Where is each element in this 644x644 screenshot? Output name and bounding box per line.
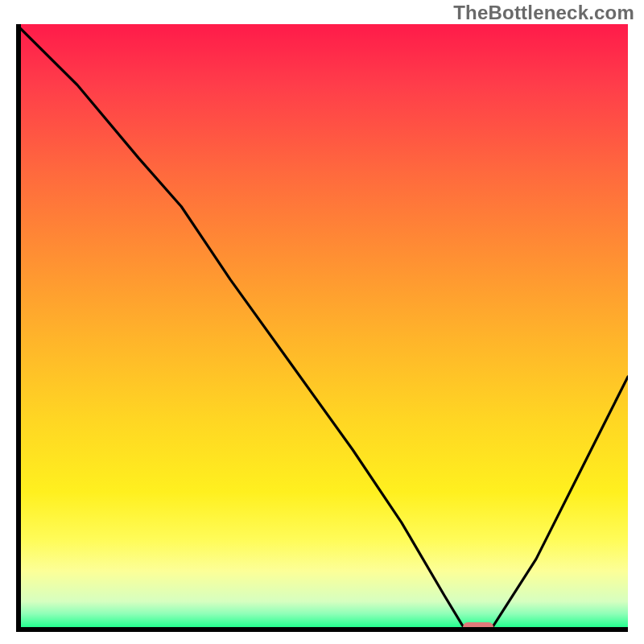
curve-overlay — [16, 24, 628, 632]
optimal-marker — [463, 622, 493, 632]
bottleneck-chart: TheBottleneck.com — [0, 0, 644, 644]
plot-area — [16, 24, 628, 632]
bottleneck-curve — [16, 24, 628, 626]
watermark-text: TheBottleneck.com — [453, 2, 634, 24]
